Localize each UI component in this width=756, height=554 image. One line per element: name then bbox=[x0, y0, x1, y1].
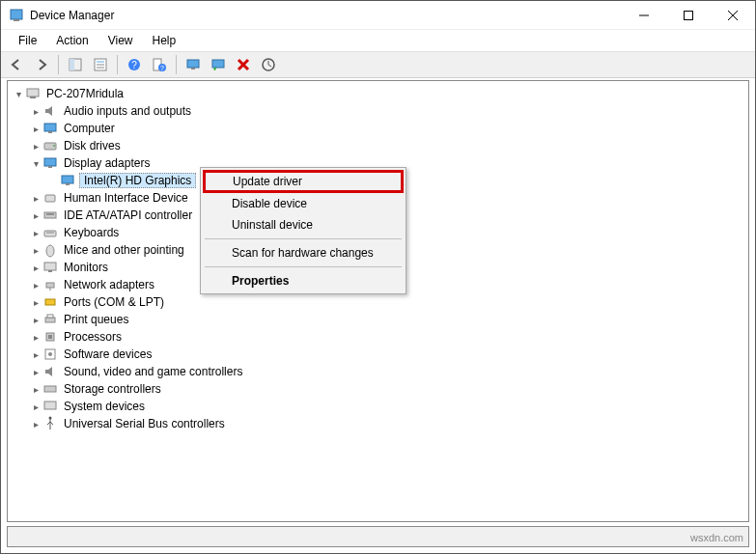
disk-icon bbox=[42, 138, 58, 153]
speaker-icon bbox=[42, 103, 58, 119]
svg-rect-21 bbox=[27, 89, 39, 97]
expand-icon[interactable]: ▸ bbox=[29, 122, 42, 135]
network-icon bbox=[42, 277, 58, 292]
keyboard-icon bbox=[42, 225, 58, 240]
expand-icon[interactable]: ▸ bbox=[29, 330, 42, 344]
mouse-icon bbox=[42, 242, 58, 258]
svg-rect-28 bbox=[48, 166, 52, 168]
svg-rect-7 bbox=[70, 59, 74, 70]
svg-point-26 bbox=[53, 145, 55, 147]
context-properties[interactable]: Properties bbox=[203, 270, 404, 291]
svg-rect-39 bbox=[46, 283, 54, 288]
svg-point-36 bbox=[46, 245, 54, 257]
svg-rect-24 bbox=[48, 131, 52, 133]
expand-icon[interactable]: ▸ bbox=[29, 278, 42, 291]
svg-rect-37 bbox=[44, 263, 56, 270]
tree-root[interactable]: ▾ PC-207Mridula bbox=[8, 85, 748, 102]
forward-button[interactable] bbox=[30, 53, 53, 76]
tree-item-sound[interactable]: ▸Sound, video and game controllers bbox=[8, 363, 748, 380]
svg-rect-42 bbox=[45, 318, 55, 322]
collapse-icon[interactable]: ▾ bbox=[12, 87, 25, 100]
context-disable-device[interactable]: Disable device bbox=[203, 193, 404, 214]
tree-item-processors[interactable]: ▸Processors bbox=[8, 328, 748, 346]
expand-icon[interactable]: ▸ bbox=[29, 295, 42, 309]
svg-rect-48 bbox=[44, 386, 56, 392]
expand-icon[interactable]: ▸ bbox=[29, 226, 42, 239]
help-icon[interactable]: ? bbox=[123, 53, 146, 76]
maximize-button[interactable] bbox=[666, 1, 711, 29]
toolbar: ? ? bbox=[1, 51, 755, 78]
context-update-driver[interactable]: Update driver bbox=[203, 170, 404, 193]
system-icon bbox=[42, 399, 58, 414]
ide-icon bbox=[42, 208, 58, 223]
menu-file[interactable]: File bbox=[9, 32, 46, 49]
expand-icon[interactable]: ▸ bbox=[29, 417, 42, 430]
tree-item-software[interactable]: ▸Software devices bbox=[8, 346, 748, 363]
svg-rect-19 bbox=[212, 60, 224, 68]
device-manager-window: Device Manager File Action View Help ? ? bbox=[0, 0, 756, 554]
context-scan-hardware[interactable]: Scan for hardware changes bbox=[203, 242, 404, 263]
scan-icon[interactable] bbox=[257, 53, 280, 76]
cpu-icon bbox=[42, 329, 58, 345]
svg-rect-17 bbox=[187, 60, 199, 68]
menu-bar: File Action View Help bbox=[1, 30, 755, 51]
menu-separator bbox=[205, 266, 402, 267]
expand-icon[interactable]: ▸ bbox=[29, 313, 42, 326]
svg-rect-22 bbox=[30, 97, 36, 98]
menu-view[interactable]: View bbox=[98, 32, 143, 49]
svg-rect-30 bbox=[66, 183, 70, 185]
expand-icon[interactable]: ▸ bbox=[29, 243, 42, 257]
hid-icon bbox=[42, 190, 58, 206]
expand-icon[interactable]: ▸ bbox=[29, 400, 42, 413]
svg-point-50 bbox=[49, 417, 52, 420]
svg-rect-34 bbox=[44, 231, 56, 236]
svg-point-47 bbox=[48, 352, 52, 356]
computer-icon bbox=[25, 86, 41, 101]
menu-action[interactable]: Action bbox=[46, 32, 98, 49]
tree-item-computer[interactable]: ▸Computer bbox=[8, 120, 748, 137]
tree-item-storage[interactable]: ▸Storage controllers bbox=[8, 380, 748, 398]
expand-icon[interactable]: ▸ bbox=[29, 382, 42, 396]
display-icon[interactable] bbox=[182, 53, 205, 76]
tree-item-usb[interactable]: ▸Universal Serial Bus controllers bbox=[8, 415, 748, 432]
expand-icon[interactable]: ▸ bbox=[29, 261, 42, 274]
svg-text:?: ? bbox=[131, 60, 137, 70]
title-bar: Device Manager bbox=[1, 1, 755, 30]
menu-help[interactable]: Help bbox=[143, 32, 186, 49]
svg-text:?: ? bbox=[160, 65, 164, 71]
context-uninstall-device[interactable]: Uninstall device bbox=[203, 214, 404, 235]
tree-item-printq[interactable]: ▸Print queues bbox=[8, 311, 748, 328]
expand-icon[interactable]: ▸ bbox=[29, 139, 42, 152]
svg-rect-38 bbox=[48, 270, 52, 272]
delete-icon[interactable] bbox=[232, 53, 255, 76]
window-title: Device Manager bbox=[30, 9, 622, 22]
tree-item-system[interactable]: ▸System devices bbox=[8, 398, 748, 415]
minimize-button[interactable] bbox=[622, 1, 666, 29]
back-button[interactable] bbox=[5, 53, 28, 76]
expand-icon[interactable]: ▸ bbox=[29, 347, 42, 361]
tree-item-audio[interactable]: ▸Audio inputs and outputs bbox=[8, 102, 748, 120]
expand-icon[interactable]: ▸ bbox=[29, 104, 42, 118]
context-menu: Update driver Disable device Uninstall d… bbox=[200, 167, 406, 294]
software-icon bbox=[42, 346, 58, 362]
properties-toolbar-button[interactable] bbox=[89, 53, 112, 76]
expand-icon[interactable]: ▸ bbox=[29, 365, 42, 378]
svg-rect-23 bbox=[44, 124, 56, 131]
expand-icon[interactable]: ▸ bbox=[29, 208, 42, 222]
svg-rect-27 bbox=[44, 158, 56, 166]
status-bar bbox=[7, 526, 749, 547]
refresh-icon[interactable] bbox=[207, 53, 230, 76]
svg-rect-31 bbox=[45, 195, 55, 202]
tree-item-ports[interactable]: ▸Ports (COM & LPT) bbox=[8, 293, 748, 311]
tree-item-disk[interactable]: ▸Disk drives bbox=[8, 137, 748, 154]
device-tree[interactable]: ▾ PC-207Mridula ▸Audio inputs and output… bbox=[7, 80, 749, 522]
app-icon bbox=[9, 8, 24, 23]
svg-rect-43 bbox=[47, 315, 53, 318]
close-button[interactable] bbox=[711, 1, 755, 29]
collapse-icon[interactable]: ▾ bbox=[29, 156, 42, 170]
help-topics-icon[interactable]: ? bbox=[148, 53, 171, 76]
show-hide-tree-button[interactable] bbox=[64, 53, 87, 76]
expand-icon[interactable]: ▸ bbox=[29, 191, 42, 205]
watermark: wsxdn.com bbox=[690, 532, 743, 543]
storage-icon bbox=[42, 381, 58, 397]
